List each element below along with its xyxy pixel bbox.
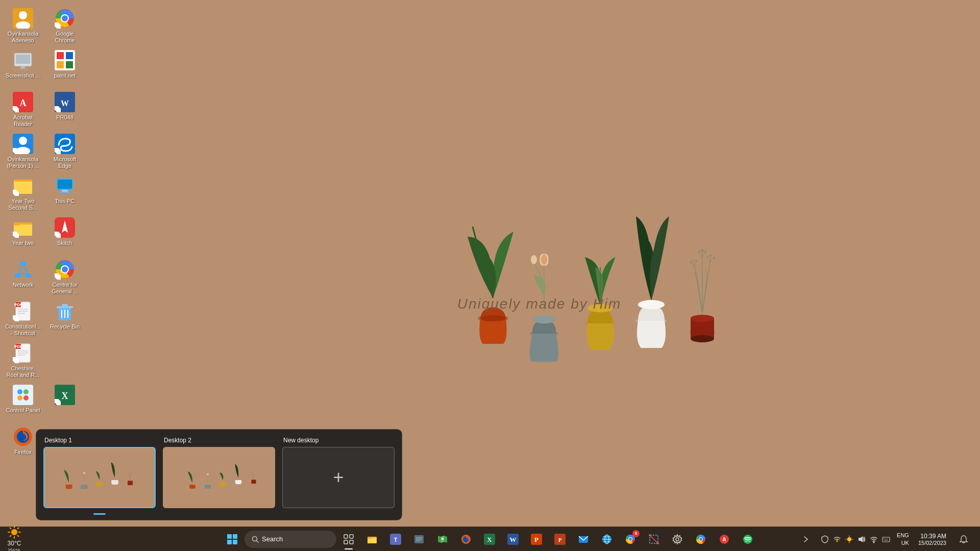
icon-constitution[interactable]: PDF Constitutionl...- Shortcut — [3, 298, 43, 339]
icon-control-panel[interactable]: Control Panel — [3, 382, 43, 422]
svg-point-111 — [701, 249, 704, 252]
svg-point-112 — [704, 251, 706, 253]
svg-point-5 — [62, 15, 68, 21]
icon-paintnet[interactable]: paint.net — [44, 47, 85, 88]
show-hidden-icons[interactable] — [795, 528, 817, 550]
taskbar-spotify[interactable] — [737, 528, 759, 550]
taskbar-snipping[interactable] — [643, 528, 665, 550]
taskbar-right: ENG UK 10:39 AM 15/02/2023 — [795, 528, 980, 550]
icon-screenshot[interactable]: Screenshot ... — [3, 47, 43, 88]
taskbar-firefox[interactable] — [455, 528, 477, 550]
taskbar-settings[interactable] — [666, 528, 689, 550]
desktop-thumb-2[interactable]: Desktop 2 — [163, 437, 275, 515]
svg-text:A: A — [20, 98, 27, 108]
icon-recycle-bin[interactable]: Recycle Bin — [44, 298, 85, 339]
icon-ms-edge[interactable]: MicrosoftEdge — [44, 131, 85, 171]
notification-button[interactable] — [952, 528, 975, 550]
svg-line-101 — [710, 256, 710, 262]
svg-point-183 — [649, 534, 651, 536]
svg-point-80 — [542, 257, 547, 262]
search-button[interactable]: Search — [244, 531, 336, 548]
taskbar-mail[interactable] — [572, 528, 595, 550]
svg-point-184 — [657, 542, 659, 544]
start-button[interactable] — [221, 528, 243, 550]
taskbar-app2[interactable]: A — [713, 528, 736, 550]
wallpaper-tagline: Uniquely made by Him — [457, 296, 622, 312]
svg-rect-13 — [57, 61, 64, 68]
tray-keyboard-icon[interactable] — [881, 535, 891, 544]
svg-rect-39 — [25, 273, 31, 278]
clock-widget[interactable]: 10:39 AM 15/02/2023 — [915, 533, 949, 546]
svg-point-81 — [531, 255, 537, 264]
svg-text:X: X — [487, 536, 492, 543]
icon-acrobat[interactable]: A AcrobatReader — [3, 89, 43, 130]
icon-pr048[interactable]: W PR048 — [44, 89, 85, 130]
svg-rect-28 — [58, 180, 72, 189]
icon-centre-general[interactable]: Centre forGeneral ... — [44, 256, 85, 297]
desktop-1-preview[interactable] — [43, 447, 156, 508]
weather-widget[interactable]: 30°C Haze — [3, 525, 26, 551]
taskbar-chrome[interactable]: 0 — [619, 528, 642, 550]
tray-antivirus-icon[interactable] — [820, 535, 829, 544]
svg-rect-30 — [60, 192, 70, 193]
taskbar-maps[interactable] — [431, 528, 454, 550]
svg-point-118 — [691, 315, 714, 322]
svg-point-121 — [83, 472, 85, 474]
icon-label: Centre forGeneral ... — [52, 282, 78, 295]
svg-rect-148 — [344, 540, 348, 544]
svg-line-137 — [18, 536, 19, 537]
icon-user-account[interactable]: Oyinkansola Adeneso — [3, 5, 43, 46]
svg-point-66 — [23, 389, 29, 394]
icon-label: Screenshot ... — [6, 72, 40, 79]
icon-this-pc[interactable]: This PC — [44, 172, 85, 213]
icon-year-two[interactable]: Year two — [3, 214, 43, 255]
icon-label: Oyinkansola(Person 1) ... — [7, 156, 39, 169]
taskbar-file-explorer[interactable] — [361, 528, 383, 550]
icon-year-two-second[interactable]: Year TwoSecond S... — [3, 172, 43, 213]
svg-rect-141 — [233, 534, 237, 539]
tray-weather-icon[interactable] — [845, 535, 854, 544]
desktop-new-label: New desktop — [282, 437, 318, 444]
icon-cheshire[interactable]: PDF Cheshire,Root and R... — [3, 340, 43, 381]
taskbar-word[interactable]: W — [502, 528, 524, 550]
language-indicator[interactable]: ENG UK — [894, 532, 912, 546]
desktop-new[interactable]: New desktop + — [282, 437, 395, 515]
taskbar-app1[interactable] — [596, 528, 618, 550]
svg-point-88 — [638, 300, 665, 309]
tray-network-icon[interactable] — [869, 535, 878, 544]
taskbar-excel[interactable]: X — [478, 528, 501, 550]
desktop-2-preview[interactable] — [163, 447, 275, 508]
icon-skitch[interactable]: Skitch — [44, 214, 85, 255]
tray-wifi-alert-icon[interactable] — [832, 535, 842, 544]
svg-point-74 — [480, 315, 506, 321]
icon-oyinkansola2[interactable]: Oyinkansola(Person 1) ... — [3, 131, 43, 171]
icon-network[interactable]: Network — [3, 256, 43, 297]
icon-label: Year two — [12, 240, 34, 246]
tray-volume-icon[interactable] — [857, 535, 866, 544]
svg-line-99 — [702, 252, 705, 257]
new-desktop-button[interactable]: + — [282, 447, 395, 508]
icon-label: PR048 — [56, 114, 74, 121]
svg-point-185 — [676, 538, 679, 541]
weather-desc: Haze — [8, 547, 20, 551]
svg-text:X: X — [62, 391, 68, 401]
svg-rect-64 — [13, 385, 33, 405]
icon-label: Cheshire,Root and R... — [7, 365, 40, 379]
svg-rect-53 — [57, 306, 73, 308]
taskview-button[interactable] — [337, 528, 360, 550]
svg-text:T: T — [394, 537, 398, 543]
svg-line-182 — [650, 535, 658, 543]
taskbar-ppt-orange[interactable]: P — [525, 528, 548, 550]
taskbar-teams[interactable]: T — [384, 528, 407, 550]
desktop-thumb-1[interactable]: Desktop 1 — [43, 437, 156, 515]
taskbar-ppt-red[interactable]: P — [549, 528, 571, 550]
desktop-icons: Oyinkansola Adeneso GoogleChrome — [0, 3, 88, 467]
taskbar-files[interactable] — [408, 528, 430, 550]
icon-label: paint.net — [54, 72, 76, 79]
icon-google-chrome[interactable]: GoogleChrome — [44, 5, 85, 46]
icon-label: Skitch — [57, 240, 72, 246]
icon-label: This PC — [55, 198, 75, 205]
icon-excel[interactable]: X — [44, 382, 85, 422]
taskbar-chrome3[interactable] — [690, 528, 712, 550]
svg-rect-140 — [227, 534, 232, 539]
